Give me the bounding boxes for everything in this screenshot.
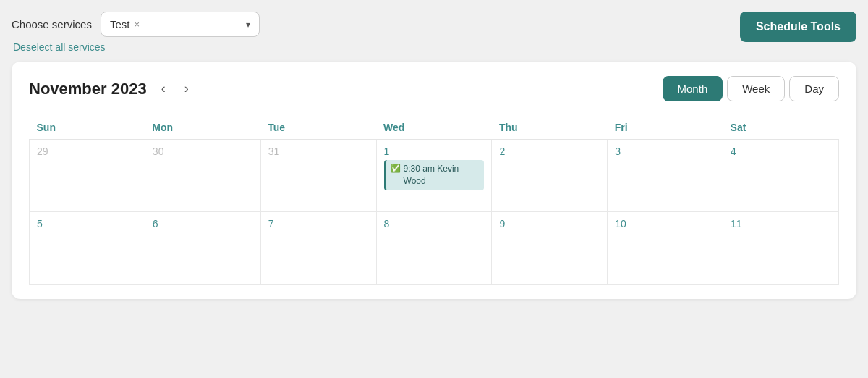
calendar-title-group: November 2023 ‹ › bbox=[29, 80, 193, 98]
calendar-day-1[interactable]: 1 ✅ 9:30 am Kevin Wood bbox=[376, 140, 492, 212]
view-toggle: Month Week Day bbox=[663, 76, 839, 101]
remove-service-button[interactable]: × bbox=[134, 19, 140, 30]
prev-month-button[interactable]: ‹ bbox=[157, 80, 170, 98]
weekday-thu: Thu bbox=[492, 116, 608, 140]
calendar-month-title: November 2023 bbox=[29, 80, 147, 98]
event-label: 9:30 am Kevin Wood bbox=[404, 163, 480, 188]
weekday-sat: Sat bbox=[723, 116, 839, 140]
calendar-day-4[interactable]: 4 bbox=[723, 140, 839, 212]
calendar-weekday-header: Sun Mon Tue Wed Thu Fri Sat bbox=[30, 116, 839, 140]
calendar-day-8[interactable]: 8 bbox=[376, 212, 492, 285]
calendar-table: Sun Mon Tue Wed Thu Fri Sat 29 30 31 bbox=[29, 116, 839, 285]
day-number: 4 bbox=[731, 146, 831, 157]
calendar-day-31[interactable]: 31 bbox=[260, 140, 376, 212]
day-number: 29 bbox=[37, 146, 137, 157]
calendar-day-2[interactable]: 2 bbox=[492, 140, 608, 212]
calendar-day-7[interactable]: 7 bbox=[260, 212, 376, 285]
calendar-header: November 2023 ‹ › Month Week Day bbox=[29, 76, 839, 101]
day-number: 9 bbox=[499, 218, 600, 230]
day-number: 2 bbox=[499, 146, 600, 157]
selected-service-name: Test bbox=[110, 18, 130, 30]
day-number: 1 bbox=[384, 146, 485, 157]
day-number: 30 bbox=[153, 146, 253, 157]
choose-services-label: Choose services bbox=[12, 18, 92, 30]
calendar-day-11[interactable]: 11 bbox=[723, 212, 839, 285]
calendar-day-30[interactable]: 30 bbox=[145, 140, 260, 212]
event-check-icon: ✅ bbox=[391, 164, 401, 173]
calendar-day-10[interactable]: 10 bbox=[608, 212, 723, 285]
calendar-day-3[interactable]: 3 bbox=[608, 140, 723, 212]
day-number: 3 bbox=[615, 146, 715, 157]
top-left-section: Choose services Test × ▾ Deselect all se… bbox=[12, 12, 260, 53]
schedule-tools-button[interactable]: Schedule Tools bbox=[740, 12, 856, 42]
calendar-week-1: 29 30 31 1 ✅ 9:30 am Kevin Wood 2 bbox=[30, 140, 839, 212]
dropdown-chevron-icon: ▾ bbox=[246, 20, 250, 30]
day-view-button[interactable]: Day bbox=[789, 76, 839, 101]
weekday-mon: Mon bbox=[145, 116, 260, 140]
calendar-container: November 2023 ‹ › Month Week Day Sun Mon… bbox=[12, 62, 856, 299]
selected-service-tag: Test × bbox=[110, 18, 140, 30]
day-number: 11 bbox=[731, 218, 831, 230]
day-number: 8 bbox=[384, 218, 485, 230]
calendar-week-2: 5 6 7 8 9 10 11 bbox=[30, 212, 839, 285]
deselect-all-link[interactable]: Deselect all services bbox=[13, 41, 260, 53]
calendar-day-5[interactable]: 5 bbox=[30, 212, 145, 285]
week-view-button[interactable]: Week bbox=[727, 76, 785, 101]
day-number: 5 bbox=[37, 218, 137, 230]
month-view-button[interactable]: Month bbox=[663, 76, 723, 101]
calendar-day-29[interactable]: 29 bbox=[30, 140, 145, 212]
next-month-button[interactable]: › bbox=[180, 80, 193, 98]
weekday-sun: Sun bbox=[30, 116, 145, 140]
calendar-day-6[interactable]: 6 bbox=[145, 212, 260, 285]
weekday-tue: Tue bbox=[260, 116, 376, 140]
weekday-wed: Wed bbox=[376, 116, 492, 140]
day-number: 31 bbox=[268, 146, 369, 157]
event-block[interactable]: ✅ 9:30 am Kevin Wood bbox=[384, 160, 485, 190]
top-bar: Choose services Test × ▾ Deselect all se… bbox=[12, 12, 856, 53]
weekday-fri: Fri bbox=[608, 116, 723, 140]
day-number: 6 bbox=[153, 218, 253, 230]
calendar-day-9[interactable]: 9 bbox=[492, 212, 608, 285]
day-number: 10 bbox=[615, 218, 715, 230]
day-number: 7 bbox=[268, 218, 369, 230]
service-selector-row: Choose services Test × ▾ bbox=[12, 12, 260, 37]
service-dropdown[interactable]: Test × ▾ bbox=[101, 12, 260, 37]
